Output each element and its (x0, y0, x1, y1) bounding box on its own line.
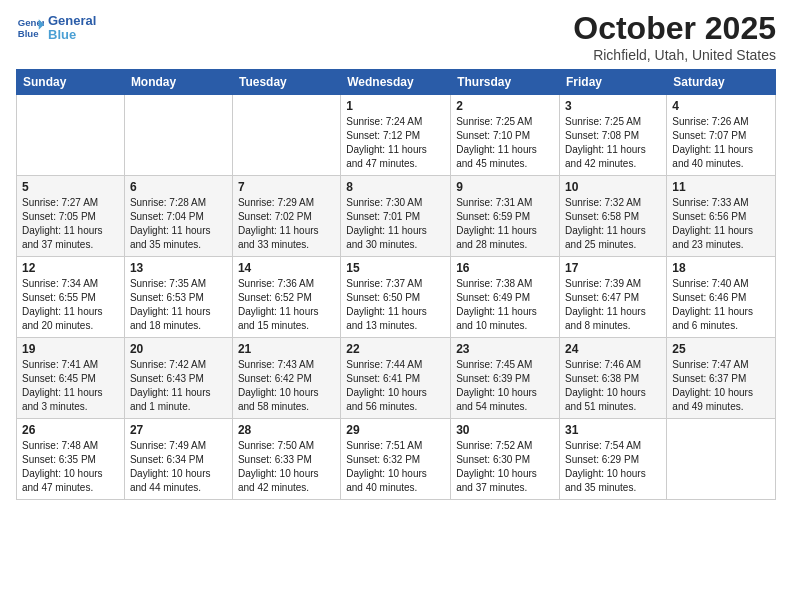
day-number: 30 (456, 423, 554, 437)
day-number: 14 (238, 261, 335, 275)
day-number: 13 (130, 261, 227, 275)
table-row: 25Sunrise: 7:47 AM Sunset: 6:37 PM Dayli… (667, 338, 776, 419)
day-info: Sunrise: 7:45 AM Sunset: 6:39 PM Dayligh… (456, 358, 554, 414)
day-number: 2 (456, 99, 554, 113)
table-row: 21Sunrise: 7:43 AM Sunset: 6:42 PM Dayli… (232, 338, 340, 419)
day-info: Sunrise: 7:36 AM Sunset: 6:52 PM Dayligh… (238, 277, 335, 333)
table-row (667, 419, 776, 500)
table-row: 17Sunrise: 7:39 AM Sunset: 6:47 PM Dayli… (560, 257, 667, 338)
table-row: 23Sunrise: 7:45 AM Sunset: 6:39 PM Dayli… (451, 338, 560, 419)
day-info: Sunrise: 7:37 AM Sunset: 6:50 PM Dayligh… (346, 277, 445, 333)
day-number: 26 (22, 423, 119, 437)
day-number: 4 (672, 99, 770, 113)
table-row: 15Sunrise: 7:37 AM Sunset: 6:50 PM Dayli… (341, 257, 451, 338)
day-number: 21 (238, 342, 335, 356)
col-tuesday: Tuesday (232, 70, 340, 95)
day-info: Sunrise: 7:31 AM Sunset: 6:59 PM Dayligh… (456, 196, 554, 252)
table-row: 22Sunrise: 7:44 AM Sunset: 6:41 PM Dayli… (341, 338, 451, 419)
col-friday: Friday (560, 70, 667, 95)
day-number: 3 (565, 99, 661, 113)
table-row: 13Sunrise: 7:35 AM Sunset: 6:53 PM Dayli… (124, 257, 232, 338)
day-number: 9 (456, 180, 554, 194)
day-info: Sunrise: 7:50 AM Sunset: 6:33 PM Dayligh… (238, 439, 335, 495)
table-row: 9Sunrise: 7:31 AM Sunset: 6:59 PM Daylig… (451, 176, 560, 257)
day-info: Sunrise: 7:48 AM Sunset: 6:35 PM Dayligh… (22, 439, 119, 495)
calendar-week-row: 12Sunrise: 7:34 AM Sunset: 6:55 PM Dayli… (17, 257, 776, 338)
logo: General Blue General Blue (16, 14, 96, 43)
table-row: 19Sunrise: 7:41 AM Sunset: 6:45 PM Dayli… (17, 338, 125, 419)
day-info: Sunrise: 7:41 AM Sunset: 6:45 PM Dayligh… (22, 358, 119, 414)
day-info: Sunrise: 7:33 AM Sunset: 6:56 PM Dayligh… (672, 196, 770, 252)
day-info: Sunrise: 7:32 AM Sunset: 6:58 PM Dayligh… (565, 196, 661, 252)
day-number: 7 (238, 180, 335, 194)
table-row: 18Sunrise: 7:40 AM Sunset: 6:46 PM Dayli… (667, 257, 776, 338)
calendar-week-row: 26Sunrise: 7:48 AM Sunset: 6:35 PM Dayli… (17, 419, 776, 500)
logo-icon: General Blue (16, 14, 44, 42)
day-info: Sunrise: 7:51 AM Sunset: 6:32 PM Dayligh… (346, 439, 445, 495)
calendar-body: 1Sunrise: 7:24 AM Sunset: 7:12 PM Daylig… (17, 95, 776, 500)
table-row: 12Sunrise: 7:34 AM Sunset: 6:55 PM Dayli… (17, 257, 125, 338)
day-info: Sunrise: 7:28 AM Sunset: 7:04 PM Dayligh… (130, 196, 227, 252)
day-number: 8 (346, 180, 445, 194)
day-info: Sunrise: 7:24 AM Sunset: 7:12 PM Dayligh… (346, 115, 445, 171)
day-info: Sunrise: 7:27 AM Sunset: 7:05 PM Dayligh… (22, 196, 119, 252)
day-info: Sunrise: 7:47 AM Sunset: 6:37 PM Dayligh… (672, 358, 770, 414)
col-thursday: Thursday (451, 70, 560, 95)
col-monday: Monday (124, 70, 232, 95)
day-info: Sunrise: 7:42 AM Sunset: 6:43 PM Dayligh… (130, 358, 227, 414)
table-row: 5Sunrise: 7:27 AM Sunset: 7:05 PM Daylig… (17, 176, 125, 257)
title-block: October 2025 Richfield, Utah, United Sta… (573, 10, 776, 63)
day-number: 24 (565, 342, 661, 356)
day-number: 5 (22, 180, 119, 194)
table-row: 27Sunrise: 7:49 AM Sunset: 6:34 PM Dayli… (124, 419, 232, 500)
table-row (232, 95, 340, 176)
table-row: 4Sunrise: 7:26 AM Sunset: 7:07 PM Daylig… (667, 95, 776, 176)
day-info: Sunrise: 7:44 AM Sunset: 6:41 PM Dayligh… (346, 358, 445, 414)
table-row: 2Sunrise: 7:25 AM Sunset: 7:10 PM Daylig… (451, 95, 560, 176)
table-row: 29Sunrise: 7:51 AM Sunset: 6:32 PM Dayli… (341, 419, 451, 500)
day-number: 1 (346, 99, 445, 113)
calendar-table: Sunday Monday Tuesday Wednesday Thursday… (16, 69, 776, 500)
day-info: Sunrise: 7:52 AM Sunset: 6:30 PM Dayligh… (456, 439, 554, 495)
day-info: Sunrise: 7:46 AM Sunset: 6:38 PM Dayligh… (565, 358, 661, 414)
table-row: 14Sunrise: 7:36 AM Sunset: 6:52 PM Dayli… (232, 257, 340, 338)
table-row: 7Sunrise: 7:29 AM Sunset: 7:02 PM Daylig… (232, 176, 340, 257)
day-number: 31 (565, 423, 661, 437)
day-info: Sunrise: 7:38 AM Sunset: 6:49 PM Dayligh… (456, 277, 554, 333)
table-row: 30Sunrise: 7:52 AM Sunset: 6:30 PM Dayli… (451, 419, 560, 500)
table-row: 26Sunrise: 7:48 AM Sunset: 6:35 PM Dayli… (17, 419, 125, 500)
day-number: 23 (456, 342, 554, 356)
day-number: 20 (130, 342, 227, 356)
table-row: 24Sunrise: 7:46 AM Sunset: 6:38 PM Dayli… (560, 338, 667, 419)
day-number: 17 (565, 261, 661, 275)
header: General Blue General Blue October 2025 R… (16, 10, 776, 63)
day-info: Sunrise: 7:25 AM Sunset: 7:08 PM Dayligh… (565, 115, 661, 171)
table-row: 3Sunrise: 7:25 AM Sunset: 7:08 PM Daylig… (560, 95, 667, 176)
month-title: October 2025 (573, 10, 776, 47)
day-number: 6 (130, 180, 227, 194)
day-info: Sunrise: 7:43 AM Sunset: 6:42 PM Dayligh… (238, 358, 335, 414)
calendar-week-row: 1Sunrise: 7:24 AM Sunset: 7:12 PM Daylig… (17, 95, 776, 176)
day-number: 10 (565, 180, 661, 194)
day-number: 18 (672, 261, 770, 275)
logo-text: General Blue (48, 14, 96, 43)
day-number: 29 (346, 423, 445, 437)
table-row: 8Sunrise: 7:30 AM Sunset: 7:01 PM Daylig… (341, 176, 451, 257)
svg-text:Blue: Blue (18, 28, 39, 39)
page-container: General Blue General Blue October 2025 R… (0, 0, 792, 510)
day-info: Sunrise: 7:40 AM Sunset: 6:46 PM Dayligh… (672, 277, 770, 333)
day-number: 16 (456, 261, 554, 275)
location: Richfield, Utah, United States (573, 47, 776, 63)
calendar-header-row: Sunday Monday Tuesday Wednesday Thursday… (17, 70, 776, 95)
day-number: 28 (238, 423, 335, 437)
day-info: Sunrise: 7:25 AM Sunset: 7:10 PM Dayligh… (456, 115, 554, 171)
day-number: 27 (130, 423, 227, 437)
table-row: 31Sunrise: 7:54 AM Sunset: 6:29 PM Dayli… (560, 419, 667, 500)
day-number: 19 (22, 342, 119, 356)
day-number: 15 (346, 261, 445, 275)
day-info: Sunrise: 7:35 AM Sunset: 6:53 PM Dayligh… (130, 277, 227, 333)
col-wednesday: Wednesday (341, 70, 451, 95)
day-info: Sunrise: 7:49 AM Sunset: 6:34 PM Dayligh… (130, 439, 227, 495)
table-row: 16Sunrise: 7:38 AM Sunset: 6:49 PM Dayli… (451, 257, 560, 338)
table-row: 28Sunrise: 7:50 AM Sunset: 6:33 PM Dayli… (232, 419, 340, 500)
